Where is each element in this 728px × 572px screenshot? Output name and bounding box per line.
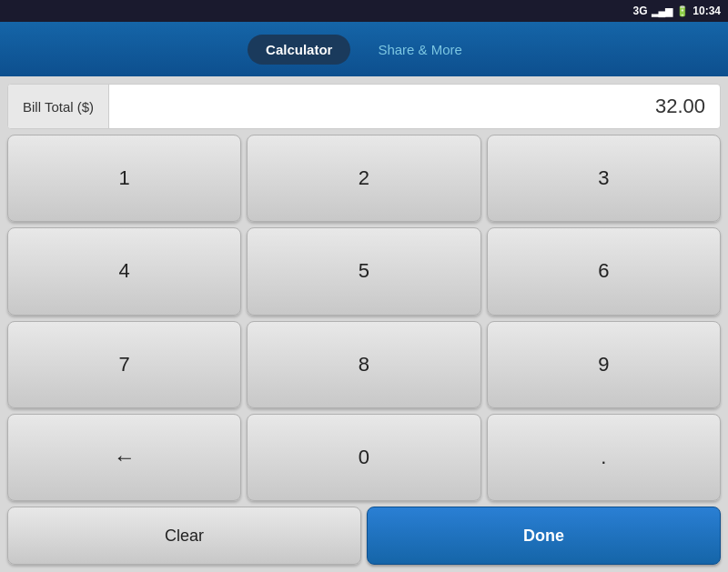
- keypad-row-3: 7 8 9: [7, 321, 721, 408]
- key-9[interactable]: 9: [487, 321, 721, 408]
- keypad-row-4: ← 0 .: [7, 414, 721, 501]
- network-indicator: 3G: [632, 5, 647, 17]
- key-4[interactable]: 4: [7, 227, 241, 315]
- key-3[interactable]: 3: [487, 135, 721, 222]
- bill-total-value: 32.00: [109, 85, 720, 128]
- status-icons: 3G ▂▄▆ 🔋 10:34: [632, 5, 721, 17]
- tab-share-more[interactable]: Share & More: [359, 35, 480, 65]
- bill-total-label: Bill Total ($): [8, 85, 109, 128]
- tab-calculator[interactable]: Calculator: [248, 35, 350, 65]
- key-backspace[interactable]: ←: [7, 414, 241, 501]
- key-5[interactable]: 5: [247, 227, 480, 315]
- keypad: 1 2 3 4 5 6 7 8 9 ← 0 .: [7, 135, 721, 501]
- battery-icon: 🔋: [676, 5, 689, 17]
- done-button[interactable]: Done: [367, 507, 721, 565]
- key-8[interactable]: 8: [247, 321, 480, 408]
- key-1[interactable]: 1: [7, 135, 241, 222]
- main-content: Bill Total ($) 32.00 1 2 3 4 5 6 7 8 9 ←…: [0, 76, 728, 572]
- key-decimal[interactable]: .: [487, 414, 721, 501]
- clear-button[interactable]: Clear: [7, 507, 361, 565]
- key-7[interactable]: 7: [7, 321, 241, 408]
- keypad-row-2: 4 5 6: [7, 227, 721, 315]
- signal-icon: ▂▄▆: [652, 5, 673, 17]
- key-6[interactable]: 6: [487, 227, 721, 315]
- key-2[interactable]: 2: [247, 135, 480, 222]
- bottom-row: Clear Done: [7, 507, 721, 565]
- tab-bar: Calculator Share & More: [0, 22, 728, 76]
- bill-total-row: Bill Total ($) 32.00: [7, 84, 721, 129]
- clock: 10:34: [693, 5, 721, 17]
- status-bar: 3G ▂▄▆ 🔋 10:34: [0, 0, 728, 22]
- keypad-row-1: 1 2 3: [7, 135, 721, 222]
- key-0[interactable]: 0: [247, 414, 480, 501]
- backspace-icon: ←: [114, 445, 136, 470]
